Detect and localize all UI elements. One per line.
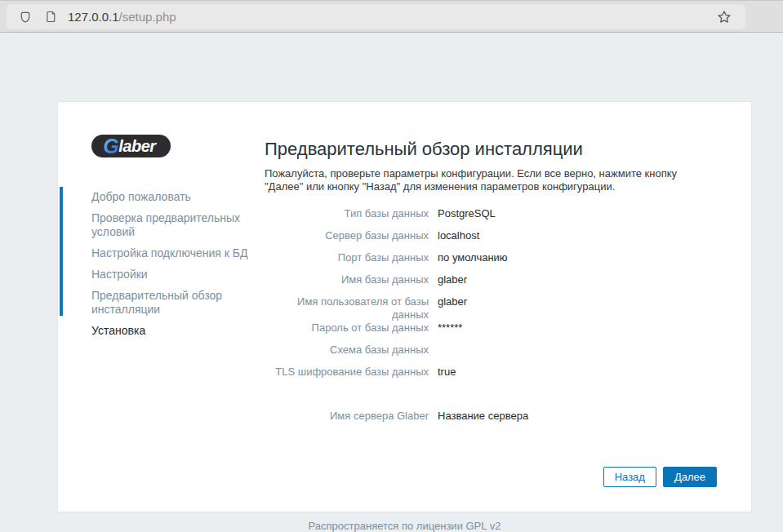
field-label: Имя сервера Glaber xyxy=(265,410,429,423)
url-bar[interactable]: 127.0.0.1/setup.php xyxy=(7,4,745,29)
field-value: glaber xyxy=(438,273,467,286)
logo-text: laber xyxy=(118,135,155,157)
field-label: Схема базы данных xyxy=(265,344,429,357)
step-db-connection: Настройка подключения к БД xyxy=(91,246,265,260)
field-db-host: Сервер базы данных localhost xyxy=(265,229,717,251)
field-label: TLS шифрование базы данных xyxy=(265,366,429,379)
next-button[interactable]: Далее xyxy=(663,467,717,487)
setup-steps-list: Добро пожаловать Проверка предварительны… xyxy=(91,190,265,338)
field-value: Название сервера xyxy=(438,410,528,423)
url-path: /setup.php xyxy=(119,10,176,24)
field-db-port: Порт базы данных по умолчанию xyxy=(265,251,717,273)
step-progress-bar xyxy=(60,187,63,316)
license-footer: Распространяется по лицензии GPL v2 xyxy=(57,520,752,532)
field-db-tls: TLS шифрование базы данных true xyxy=(265,366,717,388)
browser-toolbar: 127.0.0.1/setup.php xyxy=(0,0,783,33)
field-value: PostgreSQL xyxy=(438,207,496,220)
setup-page: Glaber Добро пожаловать Проверка предвар… xyxy=(0,33,783,531)
field-db-password: Пароль от базы данных ****** xyxy=(265,321,717,344)
setup-sidebar: Glaber Добро пожаловать Проверка предвар… xyxy=(91,135,265,345)
field-label: Пароль от базы данных xyxy=(265,321,429,335)
page-description: Пожалуйста, проверьте параметры конфигур… xyxy=(265,167,717,193)
field-label: Порт базы данных xyxy=(265,251,429,264)
setup-main: Предварительный обзор инсталляции Пожалу… xyxy=(265,138,717,432)
page-info-icon[interactable] xyxy=(44,10,58,24)
field-db-name: Имя базы данных glaber xyxy=(265,273,717,295)
shield-icon[interactable] xyxy=(18,10,33,24)
field-value: glaber xyxy=(438,295,467,308)
field-server-name: Имя сервера Glaber Название сервера xyxy=(265,410,717,432)
logo-letter-g: G xyxy=(103,135,118,157)
field-value: localhost xyxy=(438,229,479,242)
field-value: ****** xyxy=(438,321,462,335)
field-db-type: Тип базы данных PostgreSQL xyxy=(265,207,717,229)
field-label: Имя пользователя от базы данных xyxy=(265,295,429,321)
glaber-logo: Glaber xyxy=(91,135,171,157)
page-title: Предварительный обзор инсталляции xyxy=(265,138,717,161)
step-install: Установка xyxy=(91,324,265,338)
field-label: Сервер базы данных xyxy=(265,229,429,242)
step-welcome: Добро пожаловать xyxy=(91,190,265,204)
field-db-user: Имя пользователя от базы данных glaber xyxy=(265,295,717,321)
field-value: true xyxy=(438,366,456,379)
bookmark-star-icon[interactable] xyxy=(716,9,732,25)
field-label: Тип базы данных xyxy=(265,207,429,220)
step-settings: Настройки xyxy=(91,268,265,282)
back-button[interactable]: Назад xyxy=(603,467,656,487)
summary-fields: Тип базы данных PostgreSQL Сервер базы д… xyxy=(265,207,717,432)
setup-card: Glaber Добро пожаловать Проверка предвар… xyxy=(57,101,752,512)
url-text: 127.0.0.1/setup.php xyxy=(68,10,176,24)
url-host: 127.0.0.1 xyxy=(68,10,119,24)
step-prerequisites: Проверка предварительных условий xyxy=(91,211,265,239)
field-value: по умолчанию xyxy=(438,251,508,264)
wizard-buttons: Назад Далее xyxy=(603,467,717,487)
field-db-schema: Схема базы данных xyxy=(265,344,717,366)
step-summary: Предварительный обзор инсталляции xyxy=(91,289,265,317)
field-label: Имя базы данных xyxy=(265,273,429,286)
